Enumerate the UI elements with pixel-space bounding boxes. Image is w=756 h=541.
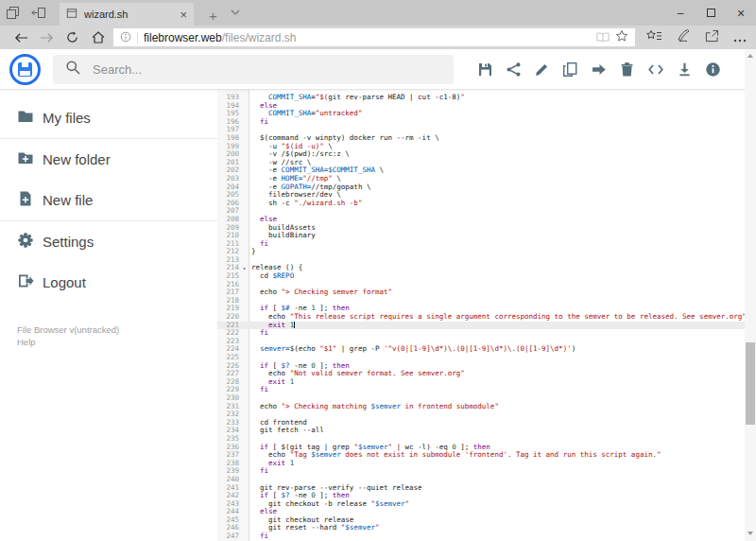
code-line[interactable]: 217 echo "> Checking semver format" bbox=[217, 288, 745, 297]
more-icon[interactable] bbox=[733, 29, 747, 46]
code-line[interactable]: 247 fi bbox=[217, 532, 745, 541]
fold-gutter bbox=[239, 166, 249, 175]
code-line[interactable]: 215 cd $REPO bbox=[217, 272, 745, 281]
hub-icon[interactable] bbox=[646, 29, 662, 46]
info-circle-icon[interactable] bbox=[120, 29, 131, 46]
code-text: fi bbox=[249, 532, 268, 541]
fold-gutter bbox=[239, 476, 249, 484]
help-link[interactable]: Help bbox=[17, 336, 200, 348]
code-line[interactable]: 196 fi bbox=[217, 118, 745, 127]
code-line[interactable]: 231 echo "> Checking matching $semver in… bbox=[217, 403, 745, 411]
code-line[interactable]: 246 git reset --hard "$semver" bbox=[217, 524, 745, 532]
sidebar-item-label: New folder bbox=[43, 151, 111, 167]
code-line[interactable]: 234 git fetch --all bbox=[217, 427, 745, 435]
scroll-up-arrow-icon[interactable] bbox=[747, 54, 753, 58]
code-line[interactable]: 229 fi bbox=[217, 386, 745, 394]
share-icon[interactable] bbox=[506, 61, 522, 78]
scrollbar-thumb[interactable] bbox=[746, 342, 755, 425]
code-line[interactable]: 210 buildBinary bbox=[217, 232, 745, 240]
set-tabs-aside-icon[interactable] bbox=[31, 6, 46, 20]
code-line[interactable]: 239 fi bbox=[217, 467, 745, 476]
fold-gutter bbox=[239, 118, 249, 127]
delete-icon[interactable] bbox=[619, 61, 635, 78]
tab-preview-icon[interactable] bbox=[6, 6, 20, 20]
sidebar-item-label: Settings bbox=[43, 234, 94, 250]
favorite-star-icon[interactable] bbox=[615, 29, 628, 46]
text-cursor bbox=[294, 322, 295, 328]
tab-title: wizard.sh bbox=[84, 9, 173, 20]
code-text: fi bbox=[249, 386, 268, 394]
url-text: filebrowser.web/files/wizard.sh bbox=[144, 31, 591, 44]
code-text: echo "Tag $semver does not exist in subm… bbox=[249, 451, 661, 460]
edit-icon[interactable] bbox=[534, 61, 550, 78]
download-icon[interactable] bbox=[677, 61, 693, 78]
back-icon[interactable] bbox=[9, 32, 34, 44]
code-line[interactable]: 211 fi bbox=[217, 240, 745, 249]
code-line[interactable]: 206 sh -c "./wizard.sh -b" bbox=[217, 200, 745, 208]
tab-close-icon[interactable]: × bbox=[180, 9, 187, 21]
fold-gutter bbox=[239, 484, 249, 493]
fold-gutter bbox=[239, 272, 249, 281]
sidebar-item-new-file[interactable]: New file bbox=[0, 180, 217, 220]
code-icon[interactable] bbox=[647, 62, 664, 77]
fold-gutter bbox=[239, 134, 249, 143]
window-close-button[interactable]: × bbox=[726, 0, 756, 26]
window-maximize-button[interactable] bbox=[696, 0, 726, 26]
code-text: cd $REPO bbox=[249, 272, 294, 281]
forward-icon[interactable] bbox=[34, 32, 60, 44]
fold-gutter bbox=[239, 207, 249, 216]
fold-gutter bbox=[239, 150, 249, 159]
fold-gutter bbox=[239, 175, 249, 183]
move-icon[interactable] bbox=[591, 61, 607, 78]
code-line[interactable]: 243 git checkout -b release "$semver" bbox=[217, 500, 745, 509]
code-line[interactable]: 238 exit 1 bbox=[217, 460, 745, 468]
filebrowser-logo[interactable] bbox=[9, 54, 41, 85]
code-line[interactable]: 227 echo "Not valid semver format. See s… bbox=[217, 370, 745, 378]
search-input[interactable]: Search... bbox=[53, 55, 454, 84]
folder-icon bbox=[17, 108, 34, 128]
fold-gutter bbox=[239, 500, 249, 509]
save-icon[interactable] bbox=[477, 61, 493, 78]
url-field[interactable]: filebrowser.web/files/wizard.sh bbox=[113, 28, 635, 46]
code-line[interactable]: 195 COMMIT_SHA="untracked" bbox=[217, 110, 745, 118]
code-text: sh -c "./wizard.sh -b" bbox=[249, 200, 362, 208]
copy-icon[interactable] bbox=[562, 61, 578, 78]
info-icon[interactable] bbox=[705, 61, 721, 78]
window-minimize-button[interactable]: – bbox=[665, 0, 696, 26]
new-tab-button[interactable]: + bbox=[209, 9, 217, 23]
fold-gutter bbox=[239, 329, 249, 338]
sidebar-item-my-files[interactable]: My files bbox=[0, 97, 217, 138]
web-note-pen-icon[interactable] bbox=[677, 28, 691, 46]
code-line[interactable]: 222 fi bbox=[217, 329, 745, 338]
browser-tab[interactable]: wizard.sh × bbox=[60, 3, 194, 26]
code-text: echo "This release script requires a sin… bbox=[249, 313, 747, 322]
fold-gutter bbox=[239, 224, 249, 233]
tab-list-chevron-icon[interactable] bbox=[231, 2, 240, 19]
code-line[interactable]: 214▾release () { bbox=[217, 264, 745, 272]
code-line[interactable]: 193 COMMIT_SHA="$(git rev-parse HEAD | c… bbox=[217, 94, 745, 102]
fold-arrow-icon[interactable]: ▾ bbox=[239, 264, 249, 272]
code-line[interactable]: 220 echo "This release script requires a… bbox=[217, 313, 745, 322]
code-line[interactable]: 207 bbox=[217, 207, 745, 216]
fold-gutter bbox=[239, 419, 249, 428]
search-placeholder: Search... bbox=[93, 62, 142, 77]
sidebar-item-settings[interactable]: Settings bbox=[0, 221, 217, 262]
page-scrollbar[interactable] bbox=[745, 49, 756, 541]
fold-gutter bbox=[239, 297, 249, 305]
code-line[interactable]: 228 exit 1 bbox=[217, 378, 745, 387]
scroll-down-arrow-icon[interactable] bbox=[747, 532, 753, 535]
home-icon[interactable] bbox=[85, 31, 111, 44]
sidebar-item-new-folder[interactable]: New folder bbox=[0, 139, 217, 180]
code-line[interactable]: 221 exit 1 bbox=[217, 322, 745, 330]
sidebar-item-logout[interactable]: Logout bbox=[0, 262, 217, 303]
code-editor[interactable]: 193 COMMIT_SHA="$(git rev-parse HEAD | c… bbox=[217, 90, 756, 541]
share-icon[interactable] bbox=[705, 29, 719, 46]
reading-view-icon[interactable] bbox=[596, 29, 610, 46]
code-text: echo "> Checking matching $semver in fro… bbox=[249, 403, 499, 411]
code-line[interactable]: 237 echo "Tag $semver does not exist in … bbox=[217, 451, 745, 460]
fold-gutter bbox=[239, 305, 249, 313]
fold-gutter bbox=[239, 126, 249, 134]
code-line[interactable]: 224 semver=$(echo "$1" | grep -P '^v(0|[… bbox=[217, 345, 745, 354]
refresh-icon[interactable] bbox=[60, 31, 85, 44]
code-line[interactable]: 212} bbox=[217, 248, 745, 256]
